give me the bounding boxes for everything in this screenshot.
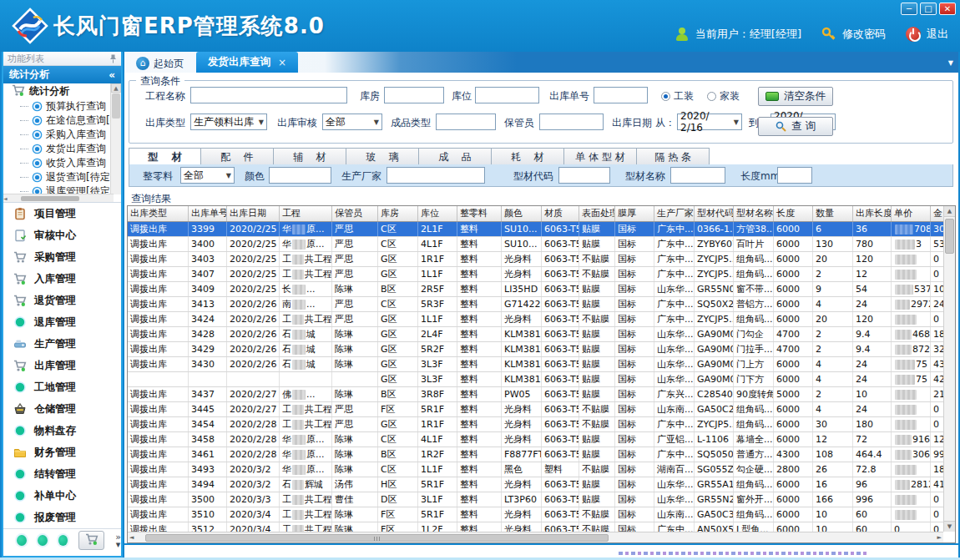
sidebar-menu-采购管理[interactable]: 采购管理 xyxy=(3,246,121,268)
subtab-1[interactable]: 配 件 xyxy=(201,148,274,165)
table-row[interactable]: 调拨出库34282020/2/26石城陈琳G区2L4F整料KLM38176063… xyxy=(128,327,943,342)
close-button[interactable]: ✕ xyxy=(939,3,956,15)
table-vertical-scrollbar[interactable]: ▲▼ xyxy=(943,206,955,532)
column-header[interactable]: 单价 xyxy=(892,206,931,221)
tree-horizontal-scrollbar[interactable]: ◄ xyxy=(3,194,114,202)
sidebar-menu-物料盘存[interactable]: 物料盘存 xyxy=(3,420,121,441)
table-horizontal-scrollbar[interactable]: ◄► xyxy=(128,532,943,542)
minimize-button[interactable]: ─ xyxy=(901,3,917,15)
subtab-6[interactable]: 单 体 型 材 xyxy=(564,148,637,165)
profile-name-input[interactable] xyxy=(670,167,725,184)
table-row[interactable]: 调拨出库34092020/2/25长...陈琳B区2R5F整料LI35HD606… xyxy=(128,282,943,297)
overflow-chevron-icon[interactable]: »▾ xyxy=(115,533,121,548)
collapse-icon[interactable]: « xyxy=(109,69,115,81)
table-row[interactable]: 调拨出库34932020/3/2华原...陈琳C区1L1F整料黑色塑料不贴膜国标… xyxy=(128,462,943,477)
table-row[interactable]: 调拨出库34942020/3/2石辉城汤伟H区5R1F整料光身料6063-T5贴… xyxy=(128,477,943,492)
sidebar-menu-退库管理[interactable]: 退库管理 xyxy=(3,311,121,333)
table-row[interactable]: 调拨出库34452020/2/27工共工程严思F区5R1F整料光身料6063-T… xyxy=(128,402,943,417)
subtab-5[interactable]: 耗 材 xyxy=(492,148,564,165)
sidebar-menu-工地管理[interactable]: 工地管理 xyxy=(3,376,121,398)
column-header[interactable]: 颜色 xyxy=(502,206,542,221)
section-title[interactable]: 统计分析 xyxy=(9,68,49,82)
sidebar-menu-财务管理[interactable]: 财务管理 xyxy=(3,441,121,463)
column-header[interactable]: 出库日期 xyxy=(227,206,280,221)
location-input[interactable] xyxy=(475,87,539,103)
subtab-0[interactable]: 型 材 xyxy=(129,148,201,165)
logout-link[interactable]: 退出 xyxy=(927,27,948,42)
table-row[interactable]: 调拨出库34372020/2/27佛...陈琳B区3R8F整料PW056063-… xyxy=(128,387,943,402)
table-row[interactable]: 调拨出库34002020/2/25华原...严思C区4L1F整料SU10...6… xyxy=(128,237,943,252)
profile-code-input[interactable] xyxy=(558,167,610,184)
tab-close-icon[interactable]: × xyxy=(278,57,286,68)
tab-list-dropdown-icon[interactable]: ▼ xyxy=(948,59,953,67)
table-row[interactable]: 调拨出库34242020/2/26工共工程严思G区1L1F整料光身料6063-T… xyxy=(128,312,943,327)
subtab-7[interactable]: 隔 热 条 xyxy=(637,148,710,165)
tree-item-4[interactable]: 收货入库查询 xyxy=(3,156,121,170)
column-header[interactable]: 膜厚 xyxy=(615,206,654,221)
subtab-2[interactable]: 辅 材 xyxy=(274,148,346,165)
sidebar-menu-退货管理[interactable]: 退货管理 xyxy=(3,290,121,311)
tree-vertical-scrollbar[interactable]: ▲ xyxy=(110,83,121,194)
sidebar-menu-入库管理[interactable]: 入库管理 xyxy=(3,268,121,290)
pin-icon[interactable] xyxy=(109,54,117,63)
table-row[interactable]: 调拨出库34072020/2/25工共工程严思G区1L1F整料光身料6063-T… xyxy=(128,267,943,282)
sidebar-menu-补单中心[interactable]: 补单中心 xyxy=(3,485,121,507)
table-row[interactable]: 调拨出库35002020/3/3工共工程曹佳D区3L1F整料LT3P606063… xyxy=(128,492,943,507)
table-row[interactable]: 调拨出库34542020/2/28工共工程严思G区1R1F整料光身料6063-T… xyxy=(128,417,943,432)
subtab-3[interactable]: 玻 璃 xyxy=(346,148,419,165)
sidebar-menu-项目管理[interactable]: 项目管理 xyxy=(3,203,121,225)
column-header[interactable]: 数量 xyxy=(813,206,853,221)
search-button[interactable]: 查 询 xyxy=(758,117,833,136)
column-header[interactable]: 型材代码 xyxy=(695,206,734,221)
column-header[interactable]: 整零料 xyxy=(457,206,502,221)
sidebar-menu-生产管理[interactable]: 生产管理 xyxy=(3,333,121,355)
audit-select[interactable]: 全部▼ xyxy=(322,114,382,130)
color-input[interactable] xyxy=(269,167,331,184)
sidebar-menu-审核中心[interactable]: 审核中心 xyxy=(3,225,121,246)
date-from-picker[interactable]: 2020/ 2/16▼ xyxy=(677,114,742,130)
sidebar-menu-结转管理[interactable]: 结转管理 xyxy=(3,463,121,485)
column-header[interactable]: 长度 xyxy=(774,206,813,221)
sidebar-menu-报废管理[interactable]: 报废管理 xyxy=(3,507,121,528)
tree-root-node[interactable]: 统计分析 xyxy=(3,83,121,99)
table-row[interactable]: G区3L3F整料KLM38176063-T5贴膜国标山东华...GA90M09.… xyxy=(128,372,943,387)
column-header[interactable]: 出库长度 xyxy=(853,206,892,221)
table-row[interactable]: 调拨出库35102020/3/4工共工程陈琳F区5R1F整料光身料6063-T5… xyxy=(128,507,943,522)
column-header[interactable]: 表面处理 xyxy=(579,206,615,221)
column-header[interactable]: 保管员 xyxy=(332,206,378,221)
column-header[interactable]: 工程 xyxy=(280,206,332,221)
tree-item-0[interactable]: 预算执行查询 xyxy=(3,99,121,114)
table-row[interactable]: 调拨出库34292020/2/26石城陈琳G区5R2F整料KLM38176063… xyxy=(128,342,943,357)
tree-item-5[interactable]: 退货查询[待定] xyxy=(3,170,121,184)
tab-home[interactable]: ⌂ 起始页 xyxy=(128,54,192,73)
tree-item-3[interactable]: 发货出库查询 xyxy=(3,142,121,156)
column-header[interactable]: 出库单号 xyxy=(189,206,227,221)
green-dot-icon[interactable] xyxy=(17,535,27,546)
warehouse-input[interactable] xyxy=(384,87,444,103)
radio-gongzhuang[interactable]: 工装 xyxy=(661,89,694,103)
column-header[interactable]: 生产厂家 xyxy=(654,206,695,221)
sidebar-menu-仓储管理[interactable]: 仓储管理 xyxy=(3,398,121,420)
change-password-link[interactable]: 修改密码 xyxy=(842,27,886,42)
tab-shipment-outbound-query[interactable]: 发货出库查询 × xyxy=(196,52,298,73)
keeper-input[interactable] xyxy=(539,114,604,130)
tree-item-2[interactable]: 采购入库查询 xyxy=(3,128,121,142)
table-row[interactable]: 调拨出库34612020/2/28华原...陈琳B区1R2F整料F8877FT6… xyxy=(128,447,943,462)
cart-toolbar-button[interactable] xyxy=(78,531,104,550)
clear-conditions-button[interactable]: 清空条件 xyxy=(758,87,833,106)
table-row[interactable]: 调拨出库33992020/2/25华原...严思C区2L1F整料SU10...6… xyxy=(128,222,943,237)
length-input[interactable] xyxy=(777,167,812,184)
project-name-input[interactable] xyxy=(190,87,347,103)
column-header[interactable]: 库房 xyxy=(378,206,418,221)
table-row[interactable]: 调拨出库34032020/2/25工共工程严思G区1R1F整料光身料6063-T… xyxy=(128,252,943,267)
subtab-4[interactable]: 成 品 xyxy=(419,148,492,165)
whole-part-select[interactable]: 全部▼ xyxy=(180,167,235,184)
table-row[interactable]: 调拨出库34302020/2/26石城陈琳G区3L3F整料KLM38176063… xyxy=(128,357,943,372)
column-header[interactable]: 材质 xyxy=(542,206,579,221)
radio-jiazhuang[interactable]: 家装 xyxy=(707,89,740,103)
table-row[interactable]: 调拨出库34582020/2/28华原...陈琳C区4L1F整料光身料6063-… xyxy=(128,432,943,447)
outbound-type-select[interactable]: 生产领料出库▼ xyxy=(190,114,267,130)
table-row[interactable]: 调拨出库34132020/2/26南...严思C区5R3F整料G71422606… xyxy=(128,297,943,312)
maximize-button[interactable]: □ xyxy=(920,3,937,15)
factory-input[interactable] xyxy=(387,167,485,184)
